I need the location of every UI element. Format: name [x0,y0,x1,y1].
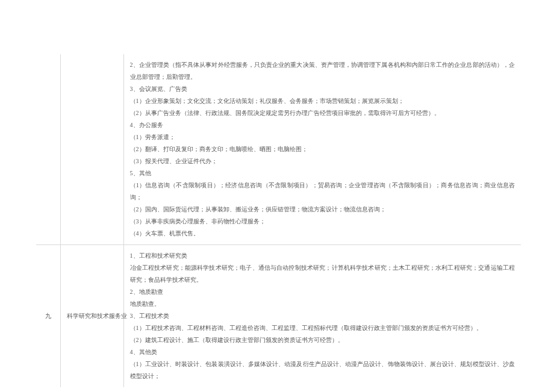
desc-line: （2）建筑工程设计、施工（取得建设行政主管部门颁发的资质证书方可经营）。 [130,334,515,346]
row-category-cell: 科学研究和技术服务业 [60,245,123,388]
row-number-cell: 九 [36,245,60,388]
row-description-cell: 1、工程和技术研究类 冶金工程技术研究；能源科学技术研究；电子、通信与自动控制技… [123,245,521,388]
desc-line: 4、办公服务 [130,119,515,131]
desc-line: 3、会议展览、广告类 [130,83,515,95]
row-description-cell: 2、企业管理类（指不具体从事对外经营服务，只负责企业的重大决策、资产管理，协调管… [123,54,521,245]
desc-line: 3、工程技术类 [130,310,515,322]
desc-line: （4）火车票、机票代售。 [130,228,515,240]
desc-line: （2）从事广告业务（法律、行政法规、国务院决定规定需另行办理广告经营项目审批的，… [130,107,515,119]
desc-line: 2、企业管理类（指不具体从事对外经营服务，只负责企业的重大决策、资产管理，协调管… [130,59,515,83]
desc-line: 冶金工程技术研究；能源科学技术研究；电子、通信与自动控制技术研究；计算机科学技术… [130,262,515,286]
desc-line: （1）企业形象策划；文化交流；文化活动策划；礼仪服务、会务服务；市场营销策划；展… [130,95,515,107]
desc-line: （1）信息咨询（不含限制项目）；经济信息咨询（不含限制项目）；贸易咨询；企业管理… [130,179,515,204]
desc-line: 4、其他类 [130,346,515,358]
desc-line: （2）国内、国际货运代理；从事装卸、搬运业务；供应链管理；物流方案设计；物流信息… [130,204,515,216]
desc-line: 5、其他 [130,167,515,179]
desc-line: （3）从事非疾病类心理服务、非药物性心理服务； [130,216,515,228]
row-category-cell [60,54,123,245]
desc-line: （1）工程技术咨询、工程材料咨询、工程造价咨询、工程监理、工程招标代理（取得建设… [130,322,515,334]
row-number-cell [36,54,60,245]
desc-line: 2、地质勘查 [130,286,515,298]
desc-line: （2）翻译、打印及复印；商务文印；电脑喷绘、晒图；电脑绘图； [130,143,515,155]
desc-line: （3）报关代理、企业证件代办； [130,155,515,167]
desc-line: （1）工业设计、时装设计、包装装潢设计、多媒体设计、动漫及衍生产品设计、动漫产品… [130,358,515,382]
document-table: 2、企业管理类（指不具体从事对外经营服务，只负责企业的重大决策、资产管理，协调管… [36,54,521,387]
table-row: 2、企业管理类（指不具体从事对外经营服务，只负责企业的重大决策、资产管理，协调管… [36,54,521,245]
desc-line: （1）劳务派遣； [130,131,515,143]
desc-line: 地质勘查。 [130,298,515,310]
table-row: 九 科学研究和技术服务业 1、工程和技术研究类 冶金工程技术研究；能源科学技术研… [36,245,521,388]
desc-line: 1、工程和技术研究类 [130,250,515,262]
